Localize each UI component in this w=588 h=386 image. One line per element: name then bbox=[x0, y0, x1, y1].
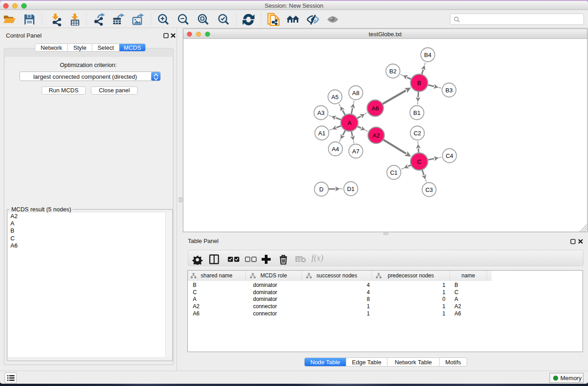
svg-text:A: A bbox=[348, 119, 352, 126]
svg-text:C2: C2 bbox=[414, 130, 421, 137]
svg-text:A2: A2 bbox=[373, 132, 380, 139]
svg-text:D: D bbox=[319, 186, 323, 193]
svg-text:B1: B1 bbox=[413, 110, 421, 116]
svg-text:A8: A8 bbox=[352, 90, 359, 96]
svg-text:A5: A5 bbox=[331, 94, 339, 100]
svg-text:C3: C3 bbox=[425, 186, 433, 193]
svg-text:C: C bbox=[417, 158, 421, 165]
svg-text:C4: C4 bbox=[446, 152, 454, 159]
svg-text:D1: D1 bbox=[347, 186, 355, 192]
svg-text:A4: A4 bbox=[332, 146, 339, 152]
svg-text:B3: B3 bbox=[445, 87, 453, 94]
svg-text:B: B bbox=[417, 80, 421, 86]
svg-text:A6: A6 bbox=[372, 105, 379, 112]
svg-text:A7: A7 bbox=[352, 148, 359, 155]
svg-text:A3: A3 bbox=[317, 110, 325, 116]
svg-text:B4: B4 bbox=[424, 52, 431, 58]
svg-text:C1: C1 bbox=[390, 169, 398, 176]
svg-text:B2: B2 bbox=[389, 68, 397, 75]
svg-text:A1: A1 bbox=[318, 130, 325, 137]
